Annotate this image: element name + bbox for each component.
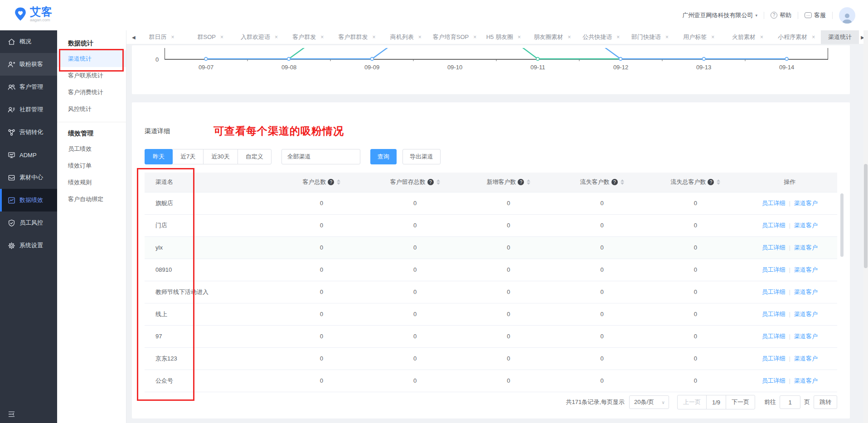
tabs-scroll-left-icon[interactable]: ◀: [130, 35, 137, 40]
help-icon[interactable]: ?: [708, 179, 714, 185]
page-size-select[interactable]: 20条/页 ∨: [629, 395, 669, 409]
tab-public-quick-replies[interactable]: 公共快捷语×: [577, 30, 626, 44]
table-row[interactable]: ylx 00000 员工详细|渠道客户: [145, 236, 837, 259]
employee-detail-link[interactable]: 员工详细: [762, 288, 786, 295]
query-button[interactable]: 查询: [370, 149, 397, 164]
tab-rocket-material[interactable]: 火箭素材×: [723, 30, 772, 44]
close-icon[interactable]: ×: [711, 34, 714, 40]
submenu-item-channel-stats[interactable]: 渠道统计: [57, 50, 126, 67]
window-scrollbar-thumb[interactable]: [864, 164, 868, 268]
col-total-customers[interactable]: 客户总数?: [275, 173, 368, 192]
close-icon[interactable]: ×: [418, 34, 422, 40]
submenu-item-performance-orders[interactable]: 绩效订单: [57, 157, 126, 174]
close-icon[interactable]: ×: [760, 34, 763, 40]
line-chart-plot[interactable]: [165, 48, 828, 62]
prev-page-button[interactable]: 上一页: [678, 395, 706, 409]
sidebar-item-acquisition[interactable]: 吸粉获客: [0, 53, 57, 76]
sidebar-item-marketing[interactable]: 营销转化: [0, 121, 57, 144]
close-icon[interactable]: ×: [275, 34, 278, 40]
submenu-item-risk-stats[interactable]: 风控统计: [57, 101, 126, 117]
table-row[interactable]: 门店 00000 员工详细|渠道客户: [145, 214, 837, 236]
company-switcher[interactable]: 广州壹豆网络科技有限公司 ▾: [682, 11, 757, 19]
close-icon[interactable]: ×: [665, 34, 669, 40]
sidebar-item-groups[interactable]: 社群管理: [0, 98, 57, 121]
close-icon[interactable]: ×: [518, 34, 521, 40]
channel-customers-link[interactable]: 渠道客户: [794, 288, 818, 295]
sidebar-item-data-performance[interactable]: 数据绩效: [0, 189, 57, 212]
table-row[interactable]: 公众号 00000 员工详细|渠道客户: [145, 370, 837, 392]
sidebar-item-overview[interactable]: 概况: [0, 30, 57, 53]
table-row[interactable]: 教师节线下活动进入 00000 员工详细|渠道客户: [145, 281, 837, 303]
close-icon[interactable]: ×: [812, 34, 815, 40]
help-icon[interactable]: ?: [611, 179, 618, 185]
channel-customers-link[interactable]: 渠道客户: [794, 244, 818, 251]
table-row[interactable]: 97 00000 员工详细|渠道客户: [145, 325, 837, 347]
user-avatar[interactable]: [839, 7, 855, 24]
tab-group-calendar[interactable]: 群日历×: [137, 30, 186, 44]
col-new-customers[interactable]: 新增客户数?: [462, 173, 555, 192]
help-icon[interactable]: ?: [518, 179, 524, 185]
sort-icon[interactable]: [436, 179, 440, 185]
table-row[interactable]: 08910 00000 员工详细|渠道客户: [145, 259, 837, 281]
next-page-button[interactable]: 下一页: [726, 395, 755, 409]
help-icon[interactable]: ?: [427, 179, 434, 185]
tab-h5-moments[interactable]: H5 朋友圈×: [479, 30, 528, 44]
submenu-item-consumption-stats[interactable]: 客户消费统计: [57, 84, 126, 101]
tab-nurture-sop[interactable]: 客户培育SOP×: [430, 30, 479, 44]
tab-channel-stats-active[interactable]: 渠道统计: [821, 30, 859, 44]
channel-customers-link[interactable]: 渠道客户: [794, 377, 818, 384]
channel-select[interactable]: 全部渠道: [281, 149, 360, 164]
close-icon[interactable]: ×: [473, 34, 476, 40]
sort-icon[interactable]: [621, 179, 624, 185]
submenu-item-performance-rules[interactable]: 绩效规则: [57, 174, 126, 191]
sidebar-item-admp[interactable]: ADMP: [0, 144, 57, 166]
close-icon[interactable]: ×: [320, 34, 324, 40]
tab-opportunity-list[interactable]: 商机列表×: [381, 30, 430, 44]
tab-customer-mass-send[interactable]: 客户群发×: [284, 30, 333, 44]
submenu-item-employee-performance[interactable]: 员工绩效: [57, 140, 126, 157]
jump-button[interactable]: 跳转: [814, 395, 837, 409]
channel-customers-link[interactable]: 渠道客户: [794, 355, 818, 362]
filter-yesterday-button[interactable]: 昨天: [145, 149, 173, 164]
window-scrollbar[interactable]: [863, 30, 868, 423]
sidebar-item-materials[interactable]: 素材中心: [0, 166, 57, 189]
filter-last7-button[interactable]: 近7天: [172, 149, 204, 164]
sidebar-item-settings[interactable]: 系统设置: [0, 234, 57, 257]
employee-detail-link[interactable]: 员工详细: [762, 222, 786, 229]
channel-customers-link[interactable]: 渠道客户: [794, 311, 818, 317]
sort-icon[interactable]: [527, 179, 530, 185]
table-row[interactable]: 旗舰店 00000 员工详细|渠道客户: [145, 192, 837, 214]
close-icon[interactable]: ×: [616, 34, 620, 40]
employee-detail-link[interactable]: 员工详细: [762, 311, 786, 317]
tab-group-sop[interactable]: 群SOP×: [186, 30, 235, 44]
employee-detail-link[interactable]: 员工详细: [762, 333, 786, 340]
employee-detail-link[interactable]: 员工详细: [762, 377, 786, 384]
close-icon[interactable]: ×: [568, 34, 571, 40]
employee-detail-link[interactable]: 员工详细: [762, 355, 786, 362]
tab-dept-quick-replies[interactable]: 部门快捷语×: [626, 30, 674, 44]
app-logo[interactable]: 艾客 aagan.com: [14, 6, 53, 24]
sidebar-item-customers[interactable]: 客户管理: [0, 76, 57, 98]
tab-group-mass-send[interactable]: 客户群群发×: [333, 30, 382, 44]
help-icon[interactable]: ?: [328, 179, 334, 185]
sidebar-collapse-button[interactable]: [0, 405, 57, 423]
channel-customers-link[interactable]: 渠道客户: [794, 200, 818, 207]
table-row[interactable]: 线上 00000 员工详细|渠道客户: [145, 303, 837, 325]
employee-detail-link[interactable]: 员工详细: [762, 200, 786, 207]
sidebar-item-risk-control[interactable]: 员工风控: [0, 212, 57, 234]
export-channel-button[interactable]: 导出渠道: [402, 149, 441, 164]
close-icon[interactable]: ×: [373, 34, 376, 40]
customer-service-button[interactable]: ⋯ 客服: [805, 11, 826, 19]
sort-icon[interactable]: [337, 179, 340, 185]
employee-detail-link[interactable]: 员工详细: [762, 244, 786, 251]
filter-last30-button[interactable]: 近30天: [203, 149, 238, 164]
employee-detail-link[interactable]: 员工详细: [762, 266, 786, 273]
col-lost-customers[interactable]: 流失客户数?: [555, 173, 649, 192]
tab-join-welcome[interactable]: 入群欢迎语×: [235, 30, 284, 44]
col-retained-customers[interactable]: 客户留存总数?: [369, 173, 462, 192]
submenu-item-contact-stats[interactable]: 客户联系统计: [57, 67, 126, 84]
tab-user-tags[interactable]: 用户标签×: [674, 30, 723, 44]
table-row[interactable]: 京东123 00000 员工详细|渠道客户: [145, 347, 837, 370]
goto-page-input[interactable]: [780, 395, 800, 409]
table-scrollbar-thumb[interactable]: [840, 193, 844, 257]
